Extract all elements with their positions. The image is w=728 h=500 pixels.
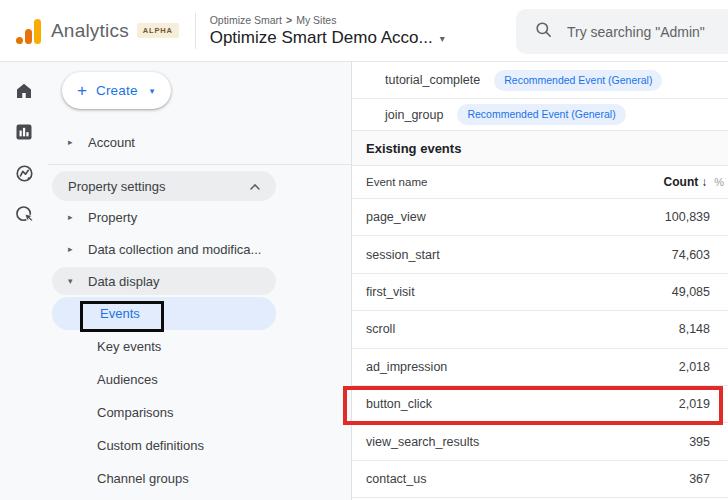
plus-icon: + [77,84,87,98]
event-name-cell: button_click [366,397,679,411]
advertising-icon[interactable] [13,203,35,225]
breadcrumb-section: My Sites [296,14,336,26]
create-button-label: Create [96,83,138,98]
sidebar-item-data-collection-and-modifica[interactable]: ▸Data collection and modifica... [48,233,351,265]
sidebar-item-label: Account [88,135,135,150]
event-count-cell: 74,603 [672,248,710,262]
logo-bar-tall [34,19,41,44]
table-row-ad-impression[interactable]: ad_impression2,018 [352,349,728,386]
percent-change-label: % [714,176,724,188]
top-header: Analytics ALPHA Optimize Smart>My Sites … [0,0,728,62]
recommended-event-badge: Recommended Event (General) [494,70,662,91]
sidebar-divider [48,164,351,165]
events-table-body: page_view100,839session_start74,603first… [352,199,728,498]
sidebar-item-label: Custom definitions [97,438,204,453]
table-row-contact-us[interactable]: contact_us367 [352,461,728,498]
sidebar-item-label: Events [100,306,140,321]
sidebar-items: ▸Property▸Data collection and modifica..… [48,201,351,495]
events-table-header: Event name Count ↓ % [352,166,728,199]
sidebar-item-events[interactable]: Events [52,297,276,330]
sidebar-item-channel-groups[interactable]: Channel groups [48,462,351,495]
event-count-cell: 367 [689,472,710,486]
sidebar-item-label: Comparisons [97,405,174,420]
home-icon[interactable] [13,80,35,102]
table-row-view-search-results[interactable]: view_search_results395 [352,423,728,460]
suggested-events-list: tutorial_completeRecommended Event (Gene… [352,62,728,131]
sidebar-item-label: Property [88,210,137,225]
sidebar-item-custom-definitions[interactable]: Custom definitions [48,429,351,462]
arrow-right-icon: ▸ [68,212,76,222]
search-icon [534,20,553,43]
account-switcher[interactable]: Optimize Smart>My Sites Optimize Smart D… [210,14,445,48]
sidebar-item-label: Data display [88,274,160,289]
header-divider [195,13,196,49]
event-count-cell: 8,148 [679,322,710,336]
suggested-event-row[interactable]: tutorial_completeRecommended Event (Gene… [352,62,728,99]
section-title: Existing events [366,141,461,156]
left-icon-rail [0,62,48,500]
event-name-cell: session_start [366,248,672,262]
analytics-logo-icon [16,18,41,44]
breadcrumb-separator-icon: > [286,14,292,26]
product-name: Analytics [51,20,129,42]
sidebar-nav: ▸ Account Property settings ▸Property▸Da… [48,62,351,495]
column-header-count[interactable]: Count [664,175,699,189]
event-count-cell: 49,085 [672,285,710,299]
sidebar-item-label: Audiences [97,372,158,387]
reports-icon[interactable] [13,121,35,143]
event-count-cell: 100,839 [665,210,710,224]
arrow-right-icon: ▸ [68,137,76,147]
sidebar-item-account[interactable]: ▸ Account [48,126,351,158]
search-input[interactable] [567,24,717,40]
event-name-cell: view_search_results [366,435,689,449]
chevron-down-icon[interactable]: ▾ [440,31,445,44]
admin-sidebar: + Create ▾ ▸ Account Property settings ▸… [48,62,352,500]
create-button[interactable]: + Create ▾ [62,72,171,109]
suggested-event-name: tutorial_complete [385,73,480,87]
property-title: Optimize Smart Demo Acco... [210,28,433,48]
event-name-cell: ad_impression [366,360,679,374]
event-name-cell: first_visit [366,285,672,299]
explore-icon[interactable] [13,162,35,184]
event-name-cell: scroll [366,322,679,336]
breadcrumb: Optimize Smart>My Sites [210,14,445,26]
table-row-session-start[interactable]: session_start74,603 [352,236,728,273]
event-count-cell: 395 [689,435,710,449]
breadcrumb-account: Optimize Smart [210,14,282,26]
logo-bar-short [25,29,32,44]
suggested-event-row[interactable]: join_groupRecommended Event (General) [352,99,728,131]
event-name-cell: contact_us [366,472,689,486]
recommended-event-badge: Recommended Event (General) [457,104,625,125]
table-row-button-click[interactable]: button_click2,019 [352,386,728,423]
sidebar-item-comparisons[interactable]: Comparisons [48,396,351,429]
sidebar-item-label: Channel groups [97,471,189,486]
table-row-page-view[interactable]: page_view100,839 [352,199,728,236]
sidebar-item-label: Key events [97,339,161,354]
table-row-first-visit[interactable]: first_visit49,085 [352,274,728,311]
analytics-admin-page: Analytics ALPHA Optimize Smart>My Sites … [0,0,728,500]
sidebar-item-label: Data collection and modifica... [88,242,261,257]
existing-events-header: Existing events [352,131,728,166]
logo-dot [16,37,23,44]
sidebar-section-property-settings[interactable]: Property settings [52,171,276,201]
sidebar-item-data-display[interactable]: ▾Data display [52,267,276,295]
chevron-down-icon: ▾ [150,86,155,96]
events-content: tutorial_completeRecommended Event (Gene… [352,62,728,500]
sidebar-item-audiences[interactable]: Audiences [48,363,351,396]
column-header-event-name[interactable]: Event name [366,176,664,188]
sidebar-item-key-events[interactable]: Key events [48,330,351,363]
suggested-event-name: join_group [385,108,443,122]
sidebar-item-property[interactable]: ▸Property [48,201,351,233]
search-bar[interactable] [516,9,728,54]
event-count-cell: 2,019 [679,397,710,411]
arrow-down-icon: ▾ [68,276,76,286]
chevron-up-icon [249,177,261,195]
alpha-badge: ALPHA [137,23,179,38]
arrow-right-icon: ▸ [68,244,76,254]
event-count-cell: 2,018 [679,360,710,374]
analytics-logo[interactable]: Analytics ALPHA [16,18,179,44]
section-header-label: Property settings [68,179,249,194]
event-name-cell: page_view [366,210,665,224]
sort-descending-icon[interactable]: ↓ [701,175,707,189]
table-row-scroll[interactable]: scroll8,148 [352,311,728,348]
